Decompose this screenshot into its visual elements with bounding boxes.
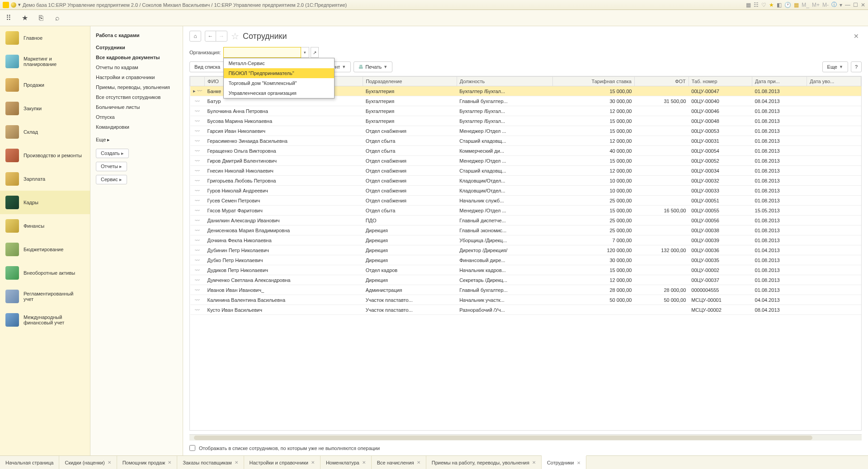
subnav-link[interactable]: Приемы, переводы, увольнения	[96, 82, 177, 92]
table-row[interactable]: 〰 Думченко Светлана Александровна Дирекц…	[190, 275, 861, 285]
table-row[interactable]: 〰 Гуров Николай Андреевич Отдел снабжени…	[190, 186, 861, 196]
table-row[interactable]: 〰 Геращенко Ольга Викторовна Отдел сбыта…	[190, 146, 861, 156]
close-button[interactable]: ✕	[861, 2, 865, 8]
subnav-link[interactable]: Командировки	[96, 122, 177, 132]
dropdown-option[interactable]: ПБОЮЛ "Предприниматель"	[224, 68, 334, 78]
column-header[interactable]: Дата при...	[752, 77, 807, 86]
subnav-link[interactable]: Больничные листы	[96, 102, 177, 112]
table-row[interactable]: 〰 Григорьева Любовь Петровна Отдел снабж…	[190, 176, 861, 186]
bottom-tab[interactable]: Приемы на работу, переводы, увольнения✕	[426, 456, 542, 469]
table-row[interactable]: 〰 Дубко Петр Николаевич Дирекция Финансо…	[190, 255, 861, 265]
table-row[interactable]: 〰 Дочкина Фекла Николаевна Дирекция Убор…	[190, 235, 861, 245]
nav-item-10[interactable]: Внеоборотные активы	[0, 261, 90, 285]
dropdown-option[interactable]: Металл-Сервис	[224, 58, 334, 68]
nav-item-1[interactable]: Маркетинг и планирование	[0, 50, 90, 73]
org-input[interactable]	[223, 47, 301, 58]
favorite-icon[interactable]: ★	[769, 2, 774, 8]
nav-item-6[interactable]: Зарплата	[0, 167, 90, 191]
tab-close-icon[interactable]: ✕	[108, 460, 111, 465]
column-header[interactable]: Подразделение	[363, 77, 457, 86]
table-row[interactable]: 〰 Дубинин Петр Николаевич Дирекция Дирек…	[190, 245, 861, 255]
forward-button[interactable]: →	[216, 31, 227, 41]
help-button[interactable]: ?	[851, 61, 862, 72]
horizontal-scrollbar[interactable]	[189, 434, 862, 441]
column-header[interactable]: Тарифная ставка	[552, 77, 634, 86]
bottom-tab[interactable]: Скидки (наценки)✕	[59, 456, 117, 469]
tab-close-icon[interactable]: ✕	[235, 460, 238, 465]
bottom-tab[interactable]: Сотрудники✕	[542, 455, 586, 469]
tab-close-icon[interactable]: ✕	[311, 460, 315, 465]
table-row[interactable]: 〰 Гусев Семен Петрович Отдел снабжения Н…	[190, 196, 861, 206]
bottom-tab[interactable]: Номенклатура✕	[321, 456, 372, 469]
show-inactive-checkbox[interactable]	[189, 445, 195, 451]
nav-item-12[interactable]: Международный финансовый учет	[0, 308, 90, 332]
nav-item-8[interactable]: Финансы	[0, 214, 90, 238]
clipboard-icon[interactable]: ⎘	[37, 14, 45, 22]
employees-table[interactable]: ФИОПодразделениеДолжностьТарифная ставка…	[189, 76, 862, 431]
subnav-button[interactable]: Отчеты	[96, 162, 127, 171]
nav-item-11[interactable]: Регламентированный учет	[0, 285, 90, 308]
tb-icon-3[interactable]: ♡	[761, 2, 766, 8]
subnav-more[interactable]: Еще ▸	[96, 135, 177, 145]
close-page-button[interactable]: ✕	[851, 33, 862, 40]
subnav-link[interactable]: Все отсутствия сотрудников	[96, 92, 177, 102]
info-icon[interactable]: ⓘ	[831, 1, 837, 9]
org-open-button[interactable]: ↗	[311, 47, 319, 58]
tab-close-icon[interactable]: ✕	[577, 460, 580, 465]
column-header[interactable]: Должность	[457, 77, 552, 86]
tab-close-icon[interactable]: ✕	[168, 460, 171, 465]
tab-close-icon[interactable]: ✕	[532, 460, 536, 465]
table-row[interactable]: 〰 Герасименко Зинаида Васильевна Отдел с…	[190, 136, 861, 146]
nav-item-5[interactable]: Производство и ремонты	[0, 144, 90, 167]
nav-item-3[interactable]: Закупки	[0, 97, 90, 120]
bottom-tab[interactable]: Настройки и справочники✕	[244, 456, 321, 469]
print-button[interactable]: 🖶Печать▼	[354, 61, 392, 72]
nav-item-7[interactable]: Кадры	[0, 191, 90, 214]
nav-item-9[interactable]: Бюджетирование	[0, 238, 90, 261]
subnav-link[interactable]: Настройки и справочники	[96, 72, 177, 82]
subnav-button[interactable]: Сервис	[96, 175, 127, 184]
favorite-toggle[interactable]: ☆	[231, 31, 239, 42]
subnav-link[interactable]: Отпуска	[96, 112, 177, 122]
tb-mplus[interactable]: M+	[812, 2, 820, 8]
minimize-button[interactable]: —	[845, 2, 850, 8]
table-row[interactable]: 〰 Гнесин Николай Николаевич Отдел снабже…	[190, 166, 861, 176]
nav-item-0[interactable]: Главное	[0, 26, 90, 50]
subnav-button[interactable]: Создать	[96, 149, 129, 158]
dropdown-option[interactable]: Торговый дом "Комплексный"	[224, 78, 334, 88]
table-row[interactable]: 〰 Данилкин Александр Иванович ПДО Главны…	[190, 216, 861, 225]
tab-close-icon[interactable]: ✕	[417, 460, 420, 465]
subnav-link[interactable]: Сотрудники	[96, 42, 177, 52]
home-button[interactable]: ⌂	[189, 31, 201, 42]
tab-close-icon[interactable]: ✕	[362, 460, 366, 465]
dropdown-icon[interactable]	[11, 2, 16, 8]
tb-mminus[interactable]: M-	[822, 2, 829, 8]
table-row[interactable]: 〰 Денисенкова Мария Владимировна Дирекци…	[190, 225, 861, 235]
subnav-link[interactable]: Отчеты по кадрам	[96, 62, 177, 72]
bottom-tab[interactable]: Помощник продаж✕	[117, 456, 178, 469]
subnav-link[interactable]: Все кадровые документы	[96, 52, 177, 62]
table-row[interactable]: 〰 Бусова Марина Николаевна Бухгалтерия Б…	[190, 116, 861, 126]
tb-icon-5[interactable]: ◧	[777, 2, 782, 8]
nav-item-2[interactable]: Продажи	[0, 73, 90, 97]
table-row[interactable]: 〰 Дудиков Петр Николаевич Отдел кадров Н…	[190, 265, 861, 275]
maximize-button[interactable]: ☐	[853, 2, 858, 8]
table-row[interactable]: 〰 Гиров Дмитрий Валентинович Отдел снабж…	[190, 156, 861, 166]
table-row[interactable]: 〰 Кусто Иван Васильевич Участок пластавт…	[190, 305, 861, 315]
tb-m[interactable]: M_	[802, 2, 809, 8]
dropdown-option[interactable]: Управленческая организация	[224, 88, 334, 98]
table-row[interactable]: 〰 Гарсия Иван Николаевич Отдел снабжения…	[190, 126, 861, 136]
back-button[interactable]: ←	[205, 31, 216, 41]
view-list-button[interactable]: Вид списка	[189, 61, 225, 72]
tb-icon-6[interactable]: 🕐	[784, 2, 791, 8]
column-header[interactable]: Дата уво...	[807, 77, 861, 86]
table-row[interactable]: 〰 Булочкина Анна Петровна Бухгалтерия Бу…	[190, 106, 861, 116]
table-row[interactable]: 〰 Иванов Иван Иванович_ Администрация Гл…	[190, 285, 861, 295]
bottom-tab[interactable]: Заказы поставщикам✕	[177, 456, 244, 469]
column-header[interactable]: ФОТ	[634, 77, 689, 86]
column-header[interactable]: Таб. номер	[689, 77, 752, 86]
nav-item-4[interactable]: Склад	[0, 120, 90, 144]
apps-icon[interactable]: ⠿	[5, 14, 13, 22]
bottom-tab[interactable]: Начальная страница	[0, 456, 59, 469]
star-icon[interactable]: ★	[21, 14, 29, 22]
